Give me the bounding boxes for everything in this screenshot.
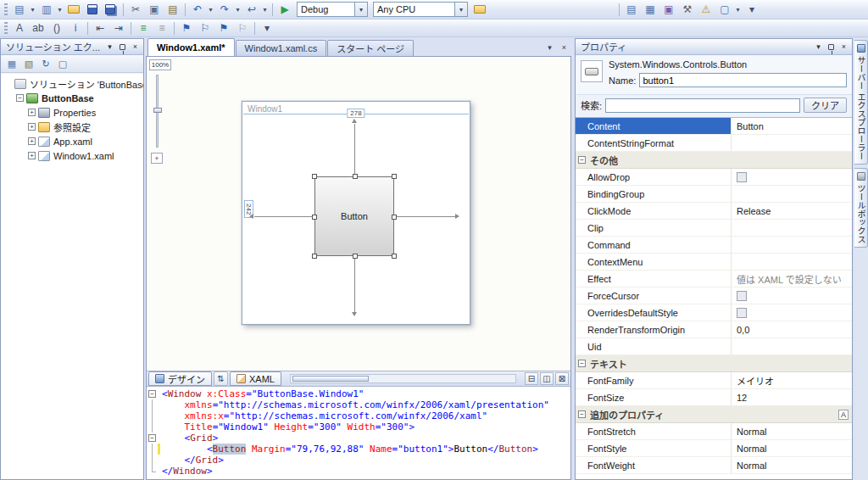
property-value[interactable] bbox=[732, 338, 852, 354]
code-line[interactable]: Title="Window1" Height="300" Width="300"… bbox=[147, 421, 570, 433]
document-tab-1[interactable]: Window1.xaml.cs bbox=[236, 40, 327, 56]
property-value[interactable]: Button bbox=[732, 118, 852, 134]
property-value[interactable]: 0,0 bbox=[732, 321, 852, 338]
new-project-icon[interactable]: ▤ bbox=[11, 2, 28, 17]
selection-handle[interactable] bbox=[392, 215, 397, 220]
property-value[interactable]: 値は XAML で設定しない bbox=[732, 271, 852, 287]
toolbar-options-icon[interactable]: ▾ bbox=[259, 20, 275, 36]
toolbar-options-icon[interactable]: ▾ bbox=[743, 2, 760, 17]
designer-button[interactable]: Button bbox=[314, 176, 394, 256]
zoom-fit-button[interactable]: + bbox=[151, 153, 163, 164]
checkbox-unchecked-icon[interactable] bbox=[737, 291, 747, 301]
collapse-icon[interactable]: − bbox=[578, 360, 586, 367]
expander-plus-icon[interactable]: + bbox=[28, 123, 36, 131]
property-value[interactable]: Normal bbox=[732, 457, 852, 473]
chevron-down-icon[interactable]: ▾ bbox=[454, 3, 467, 16]
property-value[interactable] bbox=[732, 220, 852, 236]
property-row[interactable]: ForceCursor bbox=[576, 287, 852, 304]
properties-window-icon[interactable]: ▦ bbox=[642, 2, 659, 17]
property-row[interactable]: BindingGroup bbox=[576, 186, 852, 203]
solution-explorer-icon[interactable]: ▤ bbox=[623, 2, 640, 17]
error-list-icon[interactable]: ⚠ bbox=[698, 2, 715, 17]
code-line[interactable]: −<Window x:Class="ButtonBase.Window1" bbox=[147, 388, 570, 399]
chevron-down-icon[interactable]: ▾ bbox=[261, 2, 269, 17]
undo-icon[interactable]: ↶ bbox=[189, 2, 206, 17]
parameter-info-icon[interactable]: () bbox=[48, 20, 65, 36]
quick-info-icon[interactable]: i bbox=[67, 20, 84, 36]
selection-handle[interactable] bbox=[353, 254, 358, 259]
code-line[interactable]: <Button Margin="79,76,92,88" Name="butto… bbox=[147, 444, 570, 455]
add-new-item-icon[interactable]: ▥ bbox=[38, 2, 55, 17]
xaml-editor[interactable]: −<Window x:Class="ButtonBase.Window1" xm… bbox=[147, 387, 570, 479]
copy-icon[interactable]: ▣ bbox=[146, 2, 163, 17]
collapse-box-icon[interactable]: − bbox=[148, 390, 156, 398]
selection-handle[interactable] bbox=[392, 254, 397, 259]
property-value[interactable] bbox=[732, 169, 852, 185]
property-row[interactable]: ContentButton bbox=[576, 118, 852, 135]
property-row[interactable]: Clip bbox=[576, 220, 852, 237]
chevron-down-icon[interactable]: ▾ bbox=[734, 2, 742, 17]
property-row[interactable]: Command bbox=[576, 237, 852, 254]
window-position-icon[interactable]: ▾ bbox=[103, 41, 116, 53]
uncomment-selection-icon[interactable]: ≡ bbox=[153, 20, 170, 36]
refresh-icon[interactable]: ↻ bbox=[38, 57, 53, 70]
find-in-files-icon[interactable] bbox=[471, 2, 488, 17]
start-debugging-icon[interactable]: ▶ bbox=[276, 2, 293, 17]
document-tab-0[interactable]: Window1.xaml* bbox=[147, 38, 235, 56]
horizontal-split-button[interactable]: ⊟ bbox=[525, 372, 538, 385]
selection-handle[interactable] bbox=[353, 174, 358, 179]
selection-handle[interactable] bbox=[312, 254, 317, 259]
expander-plus-icon[interactable]: + bbox=[28, 137, 36, 145]
object-browser-icon[interactable]: ▣ bbox=[660, 2, 677, 17]
code-line[interactable]: xmlns:x="http://schemas.microsoft.com/wi… bbox=[147, 410, 570, 421]
chevron-down-icon[interactable]: ▾ bbox=[354, 3, 367, 16]
close-document-icon[interactable]: × bbox=[558, 41, 570, 53]
design-surface[interactable]: Window1 278 242 Button bbox=[242, 101, 470, 325]
side-tab-server-explorer[interactable]: サーバー エクスプローラー bbox=[854, 40, 868, 165]
code-line[interactable]: − <Grid> bbox=[147, 433, 570, 444]
xaml-view-tab[interactable]: XAML bbox=[230, 371, 281, 386]
checkbox-unchecked-icon[interactable] bbox=[737, 172, 747, 182]
code-line[interactable]: </Window> bbox=[147, 466, 570, 477]
side-tab-toolbox[interactable]: ツールボックス bbox=[854, 168, 868, 248]
designer-hscrollbar[interactable] bbox=[290, 374, 516, 383]
pin-icon[interactable] bbox=[825, 41, 837, 53]
collapse-pane-button[interactable]: ⊠ bbox=[555, 372, 569, 385]
tree-item[interactable]: −ButtonBase bbox=[1, 91, 143, 105]
tree-item[interactable]: +Window1.xaml bbox=[1, 148, 143, 163]
cut-icon[interactable]: ✂ bbox=[127, 2, 144, 17]
property-row[interactable]: ContentStringFormat bbox=[576, 135, 852, 152]
increase-indent-icon[interactable]: ⇥ bbox=[110, 20, 127, 36]
paste-icon[interactable]: ▤ bbox=[164, 2, 181, 17]
close-icon[interactable]: × bbox=[837, 41, 850, 53]
expander-plus-icon[interactable]: + bbox=[28, 152, 36, 159]
selection-handle[interactable] bbox=[312, 174, 317, 179]
solution-configurations-combo[interactable]: Debug▾ bbox=[297, 2, 368, 17]
property-value[interactable] bbox=[732, 186, 852, 202]
tree-item[interactable]: ソリューション 'ButtonBase' bbox=[1, 76, 143, 91]
property-row[interactable]: AllowDrop bbox=[576, 169, 852, 186]
toggle-bookmark-icon[interactable]: ⚑ bbox=[178, 20, 195, 36]
property-row[interactable]: FontStyleNormal bbox=[576, 440, 852, 457]
checkbox-unchecked-icon[interactable] bbox=[737, 308, 747, 318]
selection-handle[interactable] bbox=[392, 174, 397, 179]
collapse-icon[interactable]: − bbox=[578, 156, 586, 164]
alpha-sort-icon[interactable]: A bbox=[838, 410, 849, 420]
next-bookmark-icon[interactable]: ⚑ bbox=[215, 20, 232, 36]
outline-gutter[interactable] bbox=[147, 455, 158, 466]
property-value[interactable] bbox=[732, 135, 852, 151]
view-code-icon[interactable]: ▢ bbox=[55, 57, 70, 70]
expander-plus-icon[interactable]: + bbox=[28, 109, 36, 116]
zoom-slider[interactable] bbox=[156, 75, 159, 148]
scrollbar-thumb[interactable] bbox=[292, 376, 369, 382]
decrease-indent-icon[interactable]: ⇤ bbox=[92, 20, 108, 36]
property-row[interactable]: FontWeightNormal bbox=[576, 457, 852, 474]
pin-icon[interactable] bbox=[116, 41, 129, 53]
close-icon[interactable]: × bbox=[129, 41, 142, 53]
toolbox-icon[interactable]: ⚒ bbox=[679, 2, 696, 17]
wpf-designer[interactable]: 100% + Window1 278 242 bbox=[147, 57, 570, 371]
save-all-icon[interactable] bbox=[103, 2, 120, 17]
property-row[interactable]: OverridesDefaultStyle bbox=[576, 304, 852, 321]
member-list-icon[interactable]: A bbox=[11, 20, 28, 36]
show-all-files-icon[interactable]: ▧ bbox=[21, 57, 36, 70]
